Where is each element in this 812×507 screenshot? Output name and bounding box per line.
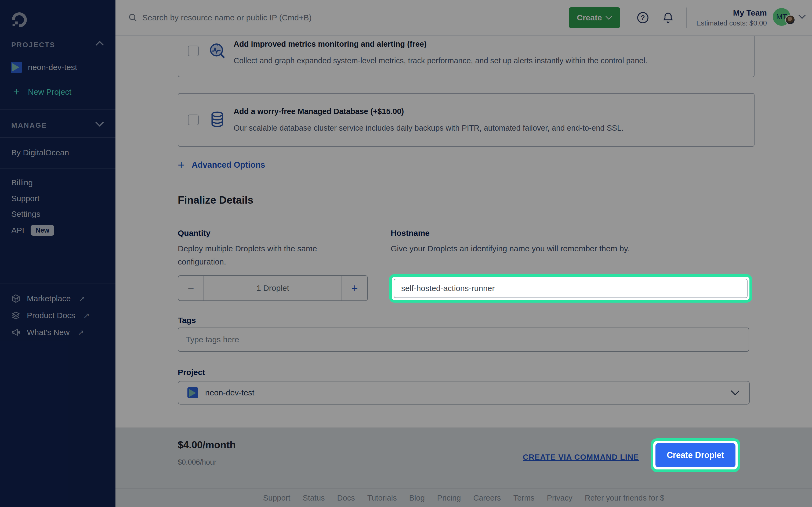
footer-link-tutorials[interactable]: Tutorials [367,494,397,502]
create-menu-button[interactable]: Create [569,7,620,28]
sidebar-item-marketplace[interactable]: Marketplace ↗ [11,294,85,303]
top-bar: Search by resource name or public IP (Cm… [115,0,812,36]
footer-link-careers[interactable]: Careers [473,494,501,502]
plus-icon: + [178,160,185,170]
hostname-input[interactable]: self-hosted-actions-runner [394,279,748,298]
projects-section-label: PROJECTS [11,41,55,49]
quantity-desc: Deploy multiple Droplets with the same c… [178,242,344,268]
sidebar-item-support[interactable]: Support [11,194,40,203]
user-avatar [785,15,795,25]
external-link-icon: ↗ [83,311,89,320]
finalize-details-heading: Finalize Details [178,194,253,206]
megaphone-icon [11,328,20,337]
quantity-increase-button[interactable]: + [342,276,367,300]
sidebar-item-by-digitalocean[interactable]: By DigitalOcean [11,148,69,157]
addon-title: Add improved metrics monitoring and aler… [234,40,427,49]
advanced-options-toggle[interactable]: + Advanced Options [178,160,265,170]
team-block[interactable]: My Team Estimated costs: $0.00 [696,8,767,27]
price-per-month: $4.00/month [178,439,236,451]
svg-text:?: ? [641,14,645,21]
chevron-up-icon[interactable] [95,41,104,46]
quantity-stepper: − 1 Droplet + [178,275,368,301]
project-select[interactable]: neon-dev-test [178,381,750,404]
footer-link-privacy[interactable]: Privacy [547,494,572,502]
project-label: Project [178,368,205,377]
addon-desc: Collect and graph expanded system-level … [234,56,647,65]
quantity-decrease-button[interactable]: − [178,276,204,300]
footer-links: Support Status Docs Tutorials Blog Prici… [115,494,812,502]
sidebar-divider [0,284,115,284]
hostname-desc: Give your Droplets an identifying name y… [391,242,630,255]
tags-input[interactable]: Type tags here [178,328,749,352]
footer-link-blog[interactable]: Blog [409,494,425,502]
sidebar-item-settings[interactable]: Settings [11,210,40,219]
help-icon[interactable]: ? [637,11,649,24]
estimated-costs: Estimated costs: $0.00 [696,19,767,27]
chevron-down-icon [730,390,740,396]
addon-desc: Our scalable database cluster service in… [234,124,623,132]
database-checkbox[interactable] [188,115,199,125]
hostname-label: Hostname [391,229,429,238]
sidebar-divider [0,168,115,169]
sidebar-item-product-docs[interactable]: Product Docs ↗ [11,311,90,320]
header-divider [686,7,687,28]
project-name: neon-dev-test [28,63,77,72]
database-icon [208,110,226,128]
quantity-label: Quantity [178,229,210,238]
footer-link-support[interactable]: Support [263,494,291,502]
footer-divider [115,489,812,489]
sidebar-item-whats-new[interactable]: What's New ↗ [11,328,84,337]
tags-label: Tags [178,316,196,325]
addon-title: Add a worry-free Managed Database (+$15.… [234,107,404,116]
cube-icon [11,294,20,303]
create-droplet-button[interactable]: Create Droplet [655,443,735,467]
chevron-down-icon [798,14,806,19]
new-badge: New [31,225,54,236]
account-menu[interactable]: MT [773,8,802,27]
hostname-highlight-ring: self-hosted-actions-runner [392,277,750,300]
chevron-down-icon [605,15,612,20]
global-search-input[interactable]: Search by resource name or public IP (Cm… [129,13,569,22]
plus-icon: + [11,86,22,98]
metrics-monitoring-icon [208,42,226,60]
sidebar-item-project[interactable]: neon-dev-test [11,62,77,73]
notifications-bell-icon[interactable] [662,11,674,24]
sidebar-divider [0,137,115,138]
search-placeholder: Search by resource name or public IP (Cm… [142,13,312,22]
manage-section-label: MANAGE [11,121,47,129]
external-link-icon: ↗ [79,294,85,303]
monitoring-checkbox[interactable] [188,46,199,56]
new-project-button[interactable]: + New Project [11,86,71,98]
footer-link-pricing[interactable]: Pricing [437,494,461,502]
layers-icon [11,311,20,320]
sidebar-item-billing[interactable]: Billing [11,178,33,187]
project-icon [188,387,198,398]
create-via-command-line-link[interactable]: CREATE VIA COMMAND LINE [523,453,639,462]
quantity-value: 1 Droplet [204,276,342,300]
chevron-down-icon[interactable] [95,121,104,127]
sidebar: PROJECTS neon-dev-test + New Project MAN… [0,0,115,507]
digitalocean-logo [11,11,28,29]
project-icon [11,62,22,73]
footer-link-status[interactable]: Status [303,494,325,502]
addon-card-database: Add a worry-free Managed Database (+$15.… [178,93,755,147]
footer-link-terms[interactable]: Terms [513,494,535,502]
create-droplet-highlight-ring: Create Droplet [653,441,738,469]
footer-link-docs[interactable]: Docs [337,494,355,502]
footer-link-referral[interactable]: Refer your friends for $ [585,494,665,502]
team-name: My Team [696,8,767,17]
project-selected-value: neon-dev-test [205,388,723,397]
sidebar-item-api[interactable]: API New [11,225,54,236]
price-per-hour: $0.006/hour [178,458,216,466]
search-icon [129,13,138,22]
sidebar-divider [0,109,115,110]
external-link-icon: ↗ [78,328,84,337]
